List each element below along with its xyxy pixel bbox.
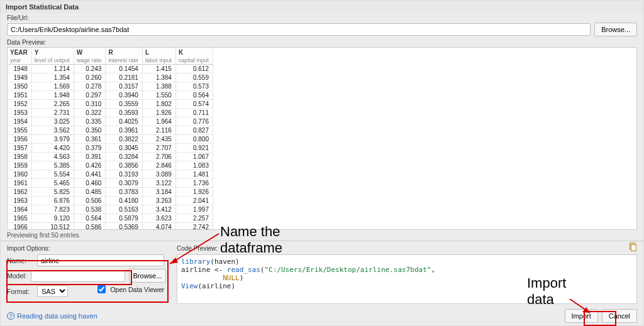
table-cell: 0.1454 [106,65,143,73]
table-row[interactable]: 19659.1200.5640.58793.6232.257 [8,214,213,223]
table-cell: 0.3940 [106,91,143,100]
table-row[interactable]: 19491.3540.2600.21811.3840.559 [8,73,213,82]
table-row[interactable]: 19647.8230.5380.51633.4121.997 [8,205,213,214]
table-row[interactable]: 19532.7310.3220.35931.9260.711 [8,109,213,117]
table-row[interactable]: 19584.5630.3910.32842.7061.067 [8,153,213,161]
table-row[interactable]: 19636.8760.5060.41803.2632.041 [8,197,213,205]
table-cell: 0.4180 [106,197,143,205]
format-label: Format: [7,288,33,295]
table-cell: 3.562 [31,126,74,135]
table-cell: 2.742 [175,223,213,230]
table-cell: 0.460 [74,179,106,188]
table-cell: 0.559 [175,73,213,82]
table-row[interactable]: 19574.4200.3790.30452.7070.921 [8,144,213,153]
copy-code-icon[interactable] [628,242,637,251]
table-row[interactable]: 19625.8250.4850.37833.1841.926 [8,188,213,197]
table-row[interactable]: 196610.5120.5860.53694.0742.742 [8,223,213,230]
table-cell: 0.3157 [106,82,143,91]
col-header: K [175,48,213,56]
col-subheader: year [8,56,31,64]
import-button[interactable]: Import [565,309,598,323]
table-row[interactable]: 19563.9790.3610.38222.4350.800 [8,135,213,144]
model-browse-button[interactable]: Browse... [129,269,167,283]
name-input[interactable] [37,254,164,266]
svg-rect-1 [631,245,636,251]
table-cell: 0.3079 [106,179,143,188]
table-row[interactable]: 19501.5690.2780.31571.3880.573 [8,82,213,91]
table-cell: 1.997 [175,205,213,214]
code-preview-box[interactable]: library(haven) airline <- read_sas("C:/U… [177,254,637,304]
table-cell: 1963 [8,197,31,205]
browse-file-button[interactable]: Browse... [594,23,637,36]
table-cell: 2.731 [31,109,74,117]
table-cell: 5.385 [31,161,74,170]
table-cell: 0.800 [175,135,213,144]
table-cell: 0.711 [175,109,213,117]
table-cell: 0.612 [175,65,213,73]
table-cell: 1952 [8,100,31,109]
format-select[interactable]: SAS [37,285,68,297]
table-row[interactable]: 19522.2650.3100.35591.8020.574 [8,100,213,109]
table-cell: 0.538 [74,205,106,214]
table-cell: 0.2181 [106,73,143,82]
table-cell: 2.846 [142,161,175,170]
col-header: R [106,48,143,56]
table-cell: 0.827 [175,126,213,135]
table-cell: 6.876 [31,197,74,205]
model-label: Model: [7,272,27,280]
table-cell: 1.736 [175,179,213,188]
open-data-viewer-checkbox[interactable] [97,285,106,293]
col-header: Y [31,48,74,56]
table-cell: 1959 [8,161,31,170]
table-cell: 0.574 [175,100,213,109]
table-cell: 4.074 [142,223,175,230]
table-cell: 5.825 [31,188,74,197]
table-cell: 1.550 [142,91,175,100]
table-cell: 1.569 [31,82,74,91]
table-cell: 0.506 [74,197,106,205]
table-cell: 4.420 [31,144,74,153]
table-row[interactable]: 19543.0250.3350.40251.9640.776 [8,117,213,126]
table-row[interactable]: 19481.2140.2430.14541.4150.612 [8,65,213,73]
table-row[interactable]: 19595.3850.4260.38562.8461.083 [8,161,213,170]
table-cell: 1.384 [142,73,175,82]
table-cell: 0.776 [175,117,213,126]
table-cell: 4.563 [31,153,74,161]
table-cell: 0.564 [74,214,106,223]
table-row[interactable]: 19511.9480.2970.39401.5500.564 [8,91,213,100]
table-cell: 0.5369 [106,223,143,230]
table-cell: 1949 [8,73,31,82]
table-cell: 0.441 [74,170,106,179]
col-subheader: labor input [142,56,175,64]
table-cell: 3.979 [31,135,74,144]
data-table: YEARYWRLK yearlevel of outputwage ratein… [8,48,213,230]
file-url-input[interactable] [7,23,591,36]
table-row[interactable]: 19553.5620.3500.39612.1160.827 [8,126,213,135]
table-cell: 9.120 [31,214,74,223]
table-cell: 1961 [8,179,31,188]
table-cell: 0.3856 [106,161,143,170]
table-cell: 0.3961 [106,126,143,135]
data-preview-panel[interactable]: YEARYWRLK yearlevel of outputwage ratein… [7,47,637,230]
table-cell: 0.361 [74,135,106,144]
table-cell: 1957 [8,144,31,153]
help-link[interactable]: Reading data using haven [17,312,97,320]
table-cell: 1.802 [142,100,175,109]
table-cell: 1.388 [142,82,175,91]
model-input[interactable] [31,270,125,282]
table-cell: 2.265 [31,100,74,109]
table-cell: 2.116 [142,126,175,135]
table-row[interactable]: 19615.4650.4600.30793.1221.736 [8,179,213,188]
table-cell: 1953 [8,109,31,117]
table-cell: 1966 [8,223,31,230]
cancel-button[interactable]: Cancel [602,309,637,323]
table-row[interactable]: 19605.5540.4410.31933.0891.481 [8,170,213,179]
table-cell: 3.623 [142,214,175,223]
table-cell: 0.3559 [106,100,143,109]
table-cell: 1958 [8,153,31,161]
help-icon[interactable]: ? [7,312,14,320]
name-label: Name: [7,257,33,264]
table-cell: 1.067 [175,153,213,161]
table-cell: 0.335 [74,117,106,126]
table-cell: 1954 [8,117,31,126]
